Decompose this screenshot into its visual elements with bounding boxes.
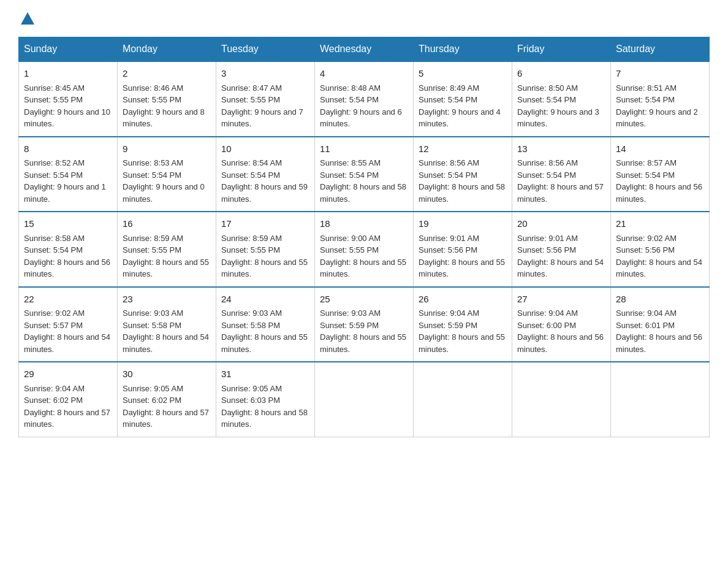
day-number: 3 — [221, 67, 309, 81]
day-info: Sunrise: 9:02 AMSunset: 5:56 PMDaylight:… — [616, 234, 702, 279]
day-number: 23 — [123, 293, 211, 307]
day-info: Sunrise: 9:04 AMSunset: 6:00 PMDaylight:… — [517, 308, 604, 354]
day-info: Sunrise: 8:47 AMSunset: 5:55 PMDaylight:… — [221, 83, 303, 129]
day-info: Sunrise: 8:56 AMSunset: 5:54 PMDaylight:… — [419, 158, 505, 204]
calendar-cell: 18Sunrise: 9:00 AMSunset: 5:55 PMDayligh… — [315, 212, 414, 287]
day-number: 7 — [616, 67, 704, 81]
day-number: 10 — [221, 142, 309, 156]
col-header-sunday: Sunday — [19, 37, 118, 62]
page-header — [18, 12, 710, 25]
day-number: 30 — [123, 367, 211, 381]
day-info: Sunrise: 8:58 AMSunset: 5:54 PMDaylight:… — [24, 234, 110, 279]
day-number: 15 — [24, 217, 112, 231]
calendar-cell: 26Sunrise: 9:04 AMSunset: 5:59 PMDayligh… — [414, 287, 512, 362]
day-number: 22 — [24, 293, 112, 307]
col-header-monday: Monday — [118, 37, 216, 62]
day-number: 9 — [123, 142, 211, 156]
calendar-cell — [611, 362, 710, 437]
day-number: 8 — [24, 142, 112, 156]
calendar-cell: 21Sunrise: 9:02 AMSunset: 5:56 PMDayligh… — [611, 212, 710, 287]
calendar-cell: 10Sunrise: 8:54 AMSunset: 5:54 PMDayligh… — [216, 137, 315, 212]
day-number: 21 — [616, 217, 704, 231]
day-number: 5 — [419, 67, 507, 81]
calendar-cell: 19Sunrise: 9:01 AMSunset: 5:56 PMDayligh… — [414, 212, 512, 287]
day-info: Sunrise: 8:55 AMSunset: 5:54 PMDaylight:… — [320, 158, 406, 204]
calendar-cell: 6Sunrise: 8:50 AMSunset: 5:54 PMDaylight… — [512, 61, 611, 137]
logo-triangle-icon — [21, 12, 34, 25]
calendar-cell: 24Sunrise: 9:03 AMSunset: 5:58 PMDayligh… — [216, 287, 315, 362]
calendar-cell: 30Sunrise: 9:05 AMSunset: 6:02 PMDayligh… — [118, 362, 216, 437]
calendar-cell: 13Sunrise: 8:56 AMSunset: 5:54 PMDayligh… — [512, 137, 611, 212]
day-info: Sunrise: 8:46 AMSunset: 5:55 PMDaylight:… — [123, 83, 205, 129]
calendar-cell: 16Sunrise: 8:59 AMSunset: 5:55 PMDayligh… — [118, 212, 216, 287]
day-number: 14 — [616, 142, 704, 156]
day-info: Sunrise: 9:04 AMSunset: 6:02 PMDaylight:… — [24, 384, 110, 429]
day-number: 29 — [24, 367, 112, 381]
day-number: 12 — [419, 142, 507, 156]
day-info: Sunrise: 8:52 AMSunset: 5:54 PMDaylight:… — [24, 158, 106, 204]
calendar-cell: 11Sunrise: 8:55 AMSunset: 5:54 PMDayligh… — [315, 137, 414, 212]
day-info: Sunrise: 8:51 AMSunset: 5:54 PMDaylight:… — [616, 83, 698, 129]
calendar-cell: 9Sunrise: 8:53 AMSunset: 5:54 PMDaylight… — [118, 137, 216, 212]
calendar-cell: 8Sunrise: 8:52 AMSunset: 5:54 PMDaylight… — [19, 137, 118, 212]
day-info: Sunrise: 9:01 AMSunset: 5:56 PMDaylight:… — [419, 234, 505, 279]
day-info: Sunrise: 8:57 AMSunset: 5:54 PMDaylight:… — [616, 158, 702, 204]
day-info: Sunrise: 8:49 AMSunset: 5:54 PMDaylight:… — [419, 83, 501, 129]
day-number: 26 — [419, 293, 507, 307]
day-number: 2 — [123, 67, 211, 81]
day-number: 13 — [517, 142, 605, 156]
day-number: 20 — [517, 217, 605, 231]
calendar-cell — [414, 362, 512, 437]
calendar-cell: 4Sunrise: 8:48 AMSunset: 5:54 PMDaylight… — [315, 61, 414, 137]
day-info: Sunrise: 8:53 AMSunset: 5:54 PMDaylight:… — [123, 158, 205, 204]
day-info: Sunrise: 9:03 AMSunset: 5:58 PMDaylight:… — [123, 308, 209, 354]
calendar-cell: 20Sunrise: 9:01 AMSunset: 5:56 PMDayligh… — [512, 212, 611, 287]
svg-marker-0 — [21, 12, 34, 25]
calendar-header-row: SundayMondayTuesdayWednesdayThursdayFrid… — [19, 37, 710, 62]
day-number: 25 — [320, 293, 408, 307]
day-number: 28 — [616, 293, 704, 307]
calendar-cell: 15Sunrise: 8:58 AMSunset: 5:54 PMDayligh… — [19, 212, 118, 287]
col-header-wednesday: Wednesday — [315, 37, 414, 62]
day-info: Sunrise: 8:59 AMSunset: 5:55 PMDaylight:… — [123, 234, 209, 279]
calendar-cell — [315, 362, 414, 437]
calendar-cell: 7Sunrise: 8:51 AMSunset: 5:54 PMDaylight… — [611, 61, 710, 137]
day-info: Sunrise: 8:59 AMSunset: 5:55 PMDaylight:… — [221, 234, 308, 279]
calendar-cell: 23Sunrise: 9:03 AMSunset: 5:58 PMDayligh… — [118, 287, 216, 362]
day-info: Sunrise: 9:00 AMSunset: 5:55 PMDaylight:… — [320, 234, 406, 279]
calendar-week-row: 1Sunrise: 8:45 AMSunset: 5:55 PMDaylight… — [19, 61, 710, 137]
day-info: Sunrise: 9:01 AMSunset: 5:56 PMDaylight:… — [517, 234, 604, 279]
day-info: Sunrise: 8:50 AMSunset: 5:54 PMDaylight:… — [517, 83, 599, 129]
calendar-cell: 14Sunrise: 8:57 AMSunset: 5:54 PMDayligh… — [611, 137, 710, 212]
calendar-week-row: 29Sunrise: 9:04 AMSunset: 6:02 PMDayligh… — [19, 362, 710, 437]
col-header-friday: Friday — [512, 37, 611, 62]
day-info: Sunrise: 9:04 AMSunset: 5:59 PMDaylight:… — [419, 308, 505, 354]
day-info: Sunrise: 8:54 AMSunset: 5:54 PMDaylight:… — [221, 158, 308, 204]
day-info: Sunrise: 9:04 AMSunset: 6:01 PMDaylight:… — [616, 308, 702, 354]
day-number: 1 — [24, 67, 112, 81]
day-number: 6 — [517, 67, 605, 81]
day-number: 16 — [123, 217, 211, 231]
calendar-cell: 5Sunrise: 8:49 AMSunset: 5:54 PMDaylight… — [414, 61, 512, 137]
calendar-cell: 3Sunrise: 8:47 AMSunset: 5:55 PMDaylight… — [216, 61, 315, 137]
day-info: Sunrise: 9:03 AMSunset: 5:58 PMDaylight:… — [221, 308, 308, 354]
calendar-cell: 25Sunrise: 9:03 AMSunset: 5:59 PMDayligh… — [315, 287, 414, 362]
calendar-cell: 1Sunrise: 8:45 AMSunset: 5:55 PMDaylight… — [19, 61, 118, 137]
calendar-week-row: 8Sunrise: 8:52 AMSunset: 5:54 PMDaylight… — [19, 137, 710, 212]
calendar-cell: 27Sunrise: 9:04 AMSunset: 6:00 PMDayligh… — [512, 287, 611, 362]
calendar-cell: 29Sunrise: 9:04 AMSunset: 6:02 PMDayligh… — [19, 362, 118, 437]
day-number: 4 — [320, 67, 408, 81]
logo — [18, 12, 34, 25]
calendar-cell: 12Sunrise: 8:56 AMSunset: 5:54 PMDayligh… — [414, 137, 512, 212]
day-info: Sunrise: 8:56 AMSunset: 5:54 PMDaylight:… — [517, 158, 604, 204]
day-number: 18 — [320, 217, 408, 231]
day-info: Sunrise: 9:05 AMSunset: 6:02 PMDaylight:… — [123, 384, 209, 429]
day-number: 17 — [221, 217, 309, 231]
calendar-table: SundayMondayTuesdayWednesdayThursdayFrid… — [18, 37, 710, 437]
calendar-cell: 17Sunrise: 8:59 AMSunset: 5:55 PMDayligh… — [216, 212, 315, 287]
day-info: Sunrise: 8:48 AMSunset: 5:54 PMDaylight:… — [320, 83, 402, 129]
day-info: Sunrise: 9:05 AMSunset: 6:03 PMDaylight:… — [221, 384, 308, 429]
col-header-tuesday: Tuesday — [216, 37, 315, 62]
day-number: 19 — [419, 217, 507, 231]
day-number: 31 — [221, 367, 309, 381]
